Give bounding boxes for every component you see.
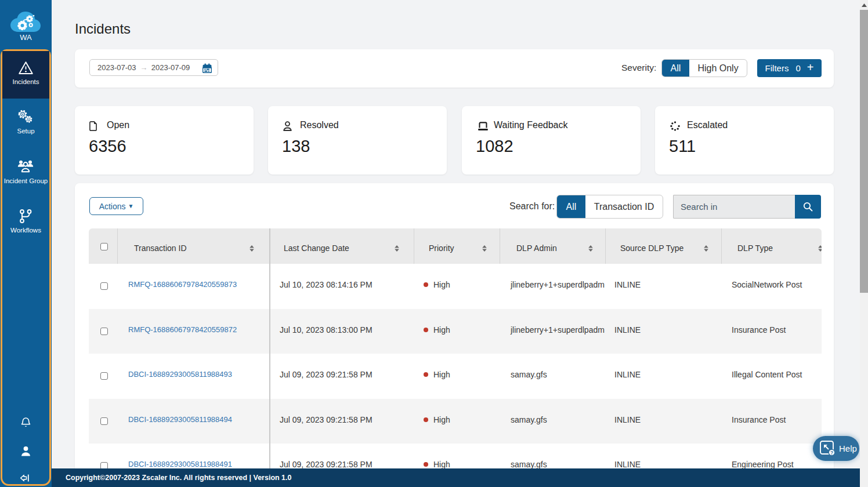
svg-text:?: ? (830, 450, 833, 456)
